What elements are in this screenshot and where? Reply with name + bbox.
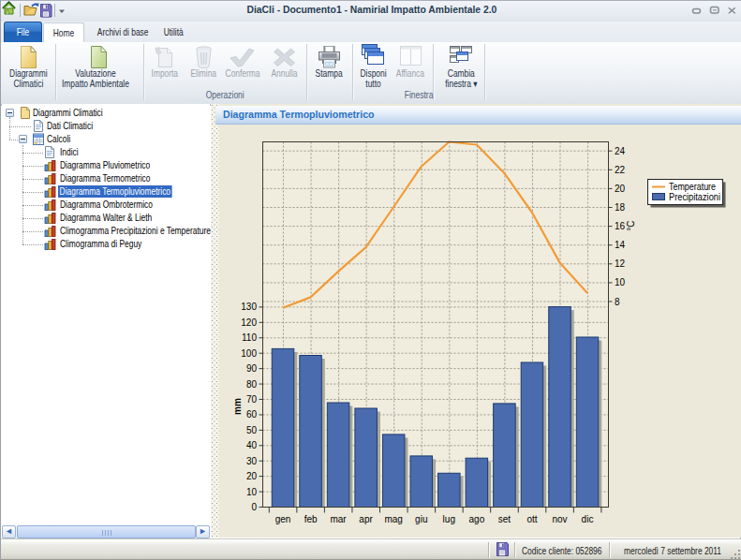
svg-text:14: 14 [615, 240, 626, 250]
svg-text:ago: ago [469, 514, 485, 524]
svg-text:°C: °C [626, 220, 636, 230]
svg-text:set: set [498, 514, 511, 524]
svg-text:dic: dic [582, 514, 594, 524]
svg-text:20: 20 [615, 184, 626, 194]
svg-text:22: 22 [615, 165, 626, 175]
svg-text:mar: mar [330, 514, 347, 524]
svg-text:30: 30 [246, 456, 258, 466]
svg-text:lug: lug [443, 514, 455, 524]
svg-text:100: 100 [241, 348, 257, 359]
svg-text:16: 16 [615, 221, 626, 231]
svg-text:70: 70 [246, 394, 258, 405]
svg-text:90: 90 [246, 363, 258, 374]
svg-text:130: 130 [241, 302, 257, 312]
svg-text:0: 0 [251, 502, 257, 512]
svg-text:nov: nov [552, 514, 567, 524]
svg-text:giu: giu [415, 514, 427, 524]
svg-text:20: 20 [246, 471, 258, 481]
svg-text:gen: gen [275, 514, 291, 524]
svg-text:50: 50 [246, 425, 258, 435]
svg-text:Temperature: Temperature [669, 182, 716, 192]
svg-text:ott: ott [526, 514, 537, 524]
svg-text:40: 40 [246, 440, 258, 450]
svg-text:10: 10 [246, 487, 258, 497]
svg-text:24: 24 [615, 146, 626, 156]
svg-text:mm: mm [232, 398, 243, 415]
svg-text:feb: feb [304, 514, 318, 524]
svg-text:12: 12 [615, 258, 626, 269]
svg-text:120: 120 [241, 317, 257, 328]
svg-text:8: 8 [615, 297, 620, 307]
svg-text:apr: apr [359, 514, 373, 524]
svg-text:Precipitazioni: Precipitazioni [669, 192, 720, 202]
svg-text:18: 18 [615, 202, 626, 213]
svg-text:60: 60 [246, 409, 258, 420]
svg-text:80: 80 [246, 379, 258, 390]
svg-text:mag: mag [384, 514, 402, 524]
svg-text:110: 110 [242, 332, 257, 343]
svg-text:10: 10 [615, 277, 626, 287]
